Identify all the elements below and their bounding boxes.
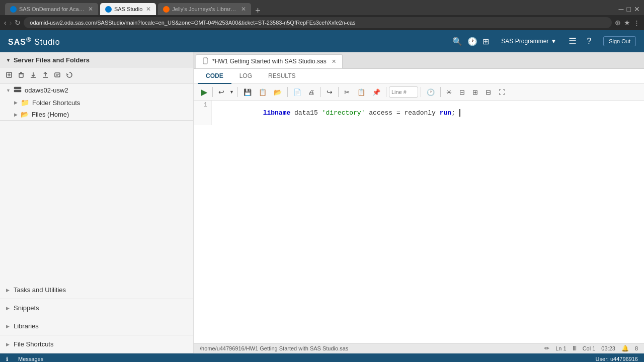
- file-tab-close-icon[interactable]: ✕: [332, 58, 336, 65]
- sas-logo: SAS® Studio: [8, 36, 60, 47]
- save-button[interactable]: 💾: [240, 86, 255, 98]
- tasks-utilities-label: Tasks and Utilities: [14, 286, 66, 294]
- new-program-button[interactable]: 📄: [290, 86, 304, 98]
- tab3-close[interactable]: ✕: [241, 6, 246, 13]
- libraries-item[interactable]: ▶ Libraries: [0, 317, 193, 335]
- browser-tab-3[interactable]: Jelly's Journeys's Library - Vidya... ✕: [158, 3, 251, 15]
- cut-button[interactable]: ✂: [341, 86, 353, 98]
- tasks-utilities-item[interactable]: ▶ Tasks and Utilities: [0, 281, 193, 299]
- minimize-btn[interactable]: ─: [619, 5, 624, 13]
- word-count-icon: Ⅲ: [573, 345, 577, 352]
- file-tab-hw1[interactable]: *HW1 Getting Started with SAS Studio.sas…: [196, 54, 343, 68]
- run-button[interactable]: ▶: [198, 86, 210, 98]
- toolbar-sep-1: [212, 87, 213, 97]
- files-home-icon: 📂: [21, 111, 29, 118]
- snippets-chevron-icon: ▶: [6, 306, 10, 311]
- toolbar-sep-4: [320, 87, 321, 97]
- properties-button[interactable]: [52, 70, 62, 81]
- sidebar: ▼ Server Files and Folders: [0, 52, 194, 353]
- browser-tab-2[interactable]: SAS Studio ✕: [100, 3, 156, 15]
- tree-node-folder-shortcuts[interactable]: ▶ 📁 Folder Shortcuts: [0, 97, 193, 109]
- help-icon-btn[interactable]: ?: [587, 37, 591, 46]
- browser-tab-1[interactable]: SAS OnDemand for Academics ✕: [5, 3, 98, 15]
- tab-log[interactable]: LOG: [231, 69, 260, 84]
- kw-string-directory: 'directory': [322, 109, 365, 117]
- tab1-close[interactable]: ✕: [88, 6, 93, 13]
- split-button[interactable]: ⊟: [482, 86, 495, 98]
- svg-rect-14: [14, 90, 21, 92]
- file-shortcuts-chevron-icon: ▶: [6, 342, 10, 347]
- line-col-indicator: Col 1: [583, 345, 596, 351]
- maximize-btn[interactable]: □: [627, 5, 631, 13]
- tab-code[interactable]: CODE: [198, 69, 231, 84]
- editor-toolbar: ▶ ↩ ▼ 💾 📋 📂 📄 🖨 ↪ ✂ 📋 📌 �: [194, 84, 644, 101]
- columns-button[interactable]: ⊟: [456, 86, 468, 98]
- server-files-header[interactable]: ▼ Server Files and Folders: [0, 52, 193, 68]
- menu-icon-btn[interactable]: ☰: [569, 36, 577, 47]
- back-button[interactable]: ‹: [4, 19, 7, 27]
- sign-out-button[interactable]: Sign Out: [603, 36, 636, 46]
- upload-button[interactable]: [40, 70, 50, 81]
- sas-header-icons: 🔍 🕐 ⊞: [452, 37, 489, 46]
- forward-button[interactable]: ›: [10, 19, 12, 27]
- tasks-chevron-icon: ▶: [6, 288, 10, 293]
- tab3-favicon: [163, 6, 170, 13]
- undo-button[interactable]: ↩: [215, 86, 227, 98]
- address-input[interactable]: [24, 17, 612, 28]
- files-home-label: Files (Home): [32, 111, 69, 118]
- tab-bar: SAS OnDemand for Academics ✕ SAS Studio …: [0, 0, 644, 15]
- code-editor[interactable]: 1 libname data15 'directory' access = re…: [194, 101, 644, 343]
- snippet-button[interactable]: ✳: [443, 86, 455, 98]
- right-panel: *HW1 Getting Started with SAS Studio.sas…: [194, 52, 644, 353]
- open-button[interactable]: 📂: [271, 86, 285, 98]
- print-button[interactable]: 🖨: [305, 86, 318, 98]
- tab-results[interactable]: RESULTS: [260, 69, 303, 84]
- save-as-button[interactable]: 📋: [256, 86, 270, 98]
- tab2-close[interactable]: ✕: [146, 6, 151, 13]
- extensions-btn[interactable]: ⊕: [615, 19, 621, 27]
- notifications-icon: 🔔: [621, 345, 629, 352]
- window-controls: ─ □ ✕: [619, 5, 644, 15]
- close-btn[interactable]: ✕: [634, 5, 640, 13]
- notification-count: 8: [635, 345, 638, 351]
- new-tab-button[interactable]: +: [251, 6, 265, 15]
- file-tab-label: *HW1 Getting Started with SAS Studio.sas: [212, 58, 327, 65]
- clock-button[interactable]: 🕐: [424, 86, 438, 98]
- recent-icon-btn[interactable]: 🕐: [467, 37, 477, 46]
- status-path: /home/u44796916/HW1 Getting Started with…: [200, 345, 540, 351]
- search-icon-btn[interactable]: 🔍: [452, 37, 462, 46]
- server-files-chevron-icon: ▼: [6, 58, 11, 63]
- user-label: User: u44796916: [596, 356, 638, 362]
- reload-button[interactable]: ↻: [15, 19, 21, 27]
- download-button[interactable]: [28, 70, 38, 81]
- line-indicator: Ln 1: [555, 345, 566, 351]
- new-file-button[interactable]: [4, 70, 14, 81]
- copy-button[interactable]: 📋: [354, 86, 368, 98]
- snippets-item[interactable]: ▶ Snippets: [0, 299, 193, 317]
- server-chevron-icon: ▼: [6, 88, 11, 93]
- line-content-1[interactable]: libname data15 'directory' access = read…: [212, 101, 644, 125]
- paste-button[interactable]: 📌: [369, 86, 383, 98]
- fullscreen-button[interactable]: ⛶: [496, 86, 508, 98]
- kw-libname: libname: [263, 109, 291, 117]
- bookmark-btn[interactable]: ★: [624, 19, 630, 27]
- toolbar-sep-6: [386, 87, 386, 97]
- code-semicolon: ;: [451, 109, 455, 117]
- sas-programmer-button[interactable]: SAS Programmer ▼: [501, 38, 556, 45]
- expand-button[interactable]: ⊞: [469, 86, 481, 98]
- line-number-1: 1: [194, 101, 212, 125]
- refresh-button[interactable]: [64, 70, 74, 81]
- file-shortcuts-item[interactable]: ▶ File Shortcuts: [0, 335, 193, 353]
- line-number-input[interactable]: [389, 86, 418, 98]
- grid-icon-btn[interactable]: ⊞: [482, 37, 489, 46]
- redo-button[interactable]: ↪: [324, 86, 336, 98]
- tree-node-files-home[interactable]: ▶ 📂 Files (Home): [0, 109, 193, 120]
- delete-button[interactable]: [16, 70, 26, 81]
- tab2-label: SAS Studio: [114, 6, 142, 12]
- settings-btn[interactable]: ⋮: [633, 19, 640, 27]
- tree-node-server[interactable]: ▼ odaws02-usw2: [0, 84, 193, 97]
- edit-icon: ✏: [544, 345, 549, 352]
- undo-dropdown-button[interactable]: ▼: [228, 86, 235, 98]
- code-space-2: access = readonly: [365, 109, 439, 117]
- tab3-label: Jelly's Journeys's Library - Vidya...: [172, 6, 237, 12]
